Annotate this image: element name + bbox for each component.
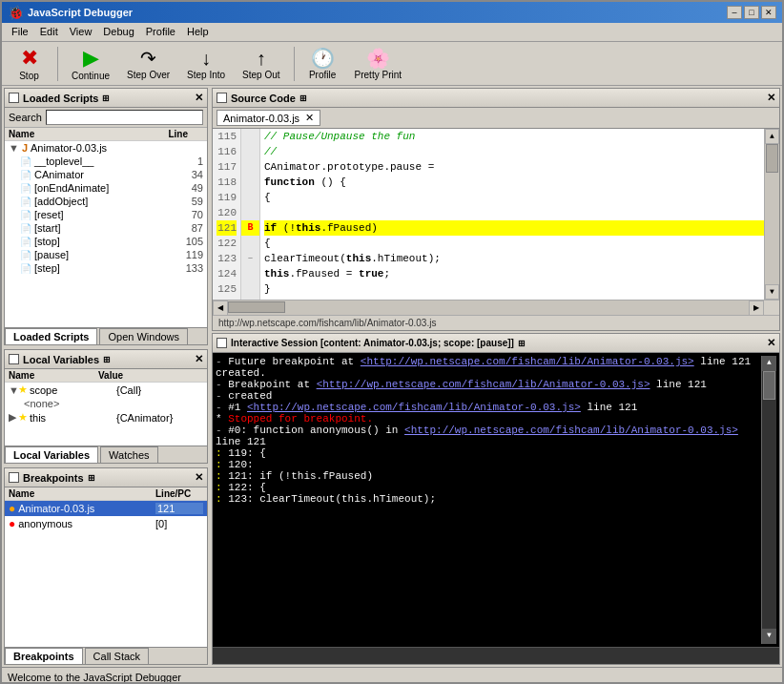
interactive-input[interactable] — [217, 651, 775, 662]
list-item[interactable]: 📄 __toplevel__ 1 — [16, 155, 207, 168]
tab-breakpoints[interactable]: Breakpoints — [5, 648, 83, 664]
stop-button[interactable]: ✖ Stop — [8, 43, 51, 84]
hscroll-thumb[interactable] — [228, 301, 285, 313]
isroll-up-arrow[interactable]: ▲ — [762, 356, 776, 371]
list-item[interactable]: 📄 [start] 87 — [16, 221, 207, 235]
search-input[interactable] — [46, 110, 203, 125]
menu-file[interactable]: File — [6, 25, 34, 39]
list-item[interactable]: 📄 [reset] 70 — [16, 208, 207, 221]
interactive-title: Interactive Session [content: Animator-0… — [231, 338, 514, 348]
source-resize-icon[interactable]: ⊞ — [299, 93, 307, 103]
link[interactable]: <http://wp.netscape.com/fishcam/lib/Anim… — [247, 402, 581, 413]
tree-item-line: 70 — [170, 209, 203, 220]
bp-row[interactable]: ● anonymous [0] — [5, 516, 207, 531]
link[interactable]: <http://wp.netscape.com/fishcam/lib/Anim… — [404, 425, 738, 436]
bp-row[interactable]: ● Animator-0.03.js 121 — [5, 501, 207, 516]
scroll-down-arrow[interactable]: ▼ — [765, 284, 779, 300]
interactive-content-area: - Future breakpoint at <http://wp.netsca… — [213, 353, 779, 647]
scroll-left-arrow[interactable]: ◀ — [213, 301, 228, 316]
loaded-scripts-checkbox[interactable] — [9, 93, 19, 103]
tab-watches[interactable]: Watches — [100, 446, 157, 463]
link[interactable]: <http://wp.netscape.com/fishcam/lib/Anim… — [317, 379, 650, 390]
iscroll-thumb[interactable] — [763, 371, 775, 400]
breakpoints-close-icon[interactable]: ✕ — [195, 471, 203, 484]
loaded-scripts-close-icon[interactable]: ✕ — [195, 92, 203, 104]
code-vscrollbar[interactable]: ▲ ▼ — [764, 129, 779, 300]
loaded-scripts-resize-icon[interactable]: ⊞ — [102, 93, 110, 103]
step-over-button[interactable]: ↷ Step Over — [120, 44, 176, 83]
pretty-print-button[interactable]: 🌸 Pretty Print — [348, 44, 408, 83]
source-checkbox[interactable] — [217, 93, 227, 103]
list-item[interactable]: 📄 [stop] 105 — [16, 235, 207, 248]
interactive-resize-icon[interactable]: ⊞ — [518, 339, 526, 348]
scroll-up-arrow[interactable]: ▲ — [765, 129, 779, 144]
maximize-button[interactable]: □ — [744, 6, 759, 19]
left-panel: Loaded Scripts ⊞ ✕ Search Name Line ▼ J … — [2, 86, 210, 667]
interactive-checkbox[interactable] — [217, 338, 227, 348]
list-item[interactable]: 📄 [step] 133 — [16, 261, 207, 275]
menu-profile[interactable]: Profile — [140, 25, 181, 39]
list-item[interactable]: 📄 [pause] 119 — [16, 248, 207, 261]
link[interactable]: <http://wp.netscape.com/fishcam/lib/Anim… — [361, 356, 694, 367]
tree-root-item[interactable]: ▼ J Animator-0.03.js — [5, 141, 207, 155]
iscroll-down-arrow[interactable]: ▼ — [762, 629, 776, 644]
scroll-thumb[interactable] — [766, 144, 778, 173]
line-num: 118 — [217, 175, 237, 190]
breakpoints-checkbox[interactable] — [9, 472, 19, 483]
tab-call-stack[interactable]: Call Stack — [85, 648, 150, 664]
bp-dot-icon: ● — [9, 502, 15, 515]
line-num: 117 — [217, 159, 237, 175]
msg-text: Future breakpoint at — [228, 356, 361, 367]
iscroll-track[interactable] — [762, 371, 776, 629]
local-vars-resize-icon[interactable]: ⊞ — [103, 355, 111, 364]
local-vars-close-icon[interactable]: ✕ — [195, 353, 203, 365]
msg-text: created — [228, 390, 272, 402]
tab-loaded-scripts[interactable]: Loaded Scripts — [5, 328, 97, 344]
scroll-right-arrow[interactable]: ▶ — [749, 301, 764, 316]
file-tab[interactable]: Animator-0.03.js ✕ — [217, 110, 320, 126]
breakpoints-resize-icon[interactable]: ⊞ — [88, 473, 95, 483]
file-tabs-row: Animator-0.03.js ✕ — [213, 108, 779, 129]
col-line-header: Line — [155, 129, 188, 139]
code-content[interactable]: // Pause/Unpause the fun // CAnimator.pr… — [260, 129, 764, 300]
list-item[interactable]: 📄 CAnimator 34 — [16, 168, 207, 181]
continue-button[interactable]: ▶ Continue — [65, 43, 116, 84]
list-item[interactable]: 📄 [addObject] 59 — [16, 195, 207, 208]
interactive-close-icon[interactable]: ✕ — [767, 337, 775, 349]
marker — [241, 159, 259, 175]
line-num: 119 — [217, 190, 237, 205]
code-text: } — [264, 283, 271, 295]
tree-item-name: [step] — [34, 262, 170, 274]
code-area: 115 116 117 118 119 120 121 122 123 124 … — [213, 129, 779, 300]
continue-icon: ▶ — [83, 46, 99, 71]
hscroll-track[interactable] — [228, 301, 749, 315]
menu-edit[interactable]: Edit — [34, 25, 64, 39]
local-vars-checkbox[interactable] — [9, 354, 19, 364]
line-num: 123 — [217, 251, 237, 266]
tab-local-variables[interactable]: Local Variables — [5, 446, 98, 463]
tree-item-line: 49 — [170, 182, 203, 194]
source-close-icon[interactable]: ✕ — [767, 92, 775, 104]
title-bar-controls: – □ ✕ — [727, 6, 776, 19]
scroll-track[interactable] — [765, 144, 779, 284]
script-tree[interactable]: ▼ J Animator-0.03.js 📄 __toplevel__ 1 📄 … — [5, 141, 207, 327]
tree-item-name: [start] — [34, 222, 170, 234]
interactive-vscrollbar[interactable]: ▲ ▼ — [761, 356, 776, 644]
tab-open-windows[interactable]: Open Windows — [99, 328, 188, 344]
dash-icon: - — [216, 379, 228, 390]
step-into-button[interactable]: ↓ Step Into — [180, 45, 232, 83]
menu-debug[interactable]: Debug — [97, 25, 139, 39]
menu-view[interactable]: View — [64, 25, 98, 39]
file-tab-close-icon[interactable]: ✕ — [305, 112, 314, 124]
window-title: JavaScript Debugger — [28, 7, 133, 18]
step-out-button[interactable]: ↑ Step Out — [236, 45, 286, 83]
minimize-button[interactable]: – — [727, 6, 742, 19]
dash-icon: - — [216, 402, 228, 413]
menu-help[interactable]: Help — [181, 25, 215, 39]
dash-icon: - — [216, 390, 228, 402]
tree-j-icon: J — [22, 142, 28, 154]
line-num: 124 — [217, 266, 237, 281]
list-item[interactable]: 📄 [onEndAnimate] 49 — [16, 181, 207, 195]
profile-button[interactable]: 🕐 Profile — [301, 44, 344, 83]
close-window-button[interactable]: ✕ — [761, 6, 776, 19]
